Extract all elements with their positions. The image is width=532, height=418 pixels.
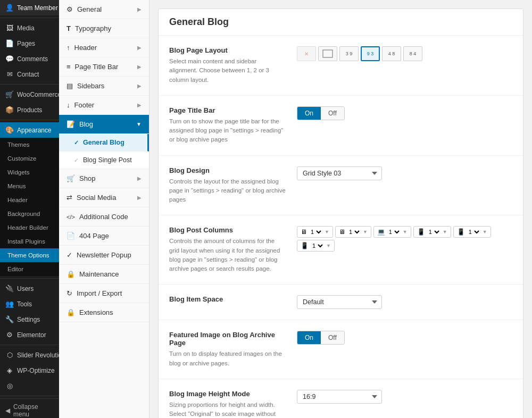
nav-footer[interactable]: ↓ Footer ▶ xyxy=(59,96,149,115)
sidebar-item-widgets[interactable]: Widgets xyxy=(0,165,59,179)
code-icon: </> xyxy=(66,214,75,220)
contact-icon: ✉ xyxy=(5,70,14,78)
column-select-desktop2[interactable]: 🖥 123 ▼ xyxy=(335,226,371,238)
chevron-down-icon: ▼ xyxy=(325,229,329,235)
layout-icon-93[interactable]: 9 3 xyxy=(361,46,380,61)
products-icon: 📦 xyxy=(5,106,14,114)
sidebar-item-products[interactable]: 📦 Products xyxy=(0,102,59,118)
divider xyxy=(0,396,59,396)
lock-icon: 🔒 xyxy=(66,270,75,278)
featured-image-label: Featured Image on Blog Archive Page Turn… xyxy=(169,331,286,368)
column-dropdown-6[interactable]: 123 xyxy=(310,242,325,249)
typography-icon: T xyxy=(66,24,71,32)
sidebar-item-themes[interactable]: Themes xyxy=(0,138,59,152)
sidebar-item-menus[interactable]: Menus xyxy=(0,179,59,193)
sidebar-item-customize[interactable]: Customize xyxy=(0,152,59,165)
nav-social-media[interactable]: ⇄ Social Media ▶ xyxy=(59,188,149,207)
collapse-menu-button[interactable]: ◀ Collapse menu xyxy=(0,398,59,418)
blog-page-layout-row: Blog Page Layout Select main content and… xyxy=(159,36,523,96)
column-select-desktop1[interactable]: 🖥 123 ▼ xyxy=(297,226,333,238)
sidebar-item-header-builder[interactable]: Header Builder xyxy=(0,221,59,235)
nav-import-export[interactable]: ↻ Import / Export xyxy=(59,284,149,303)
layout-icon-84[interactable]: 8 4 xyxy=(403,46,422,61)
nav-blog[interactable]: 📝 Blog ▼ xyxy=(59,115,149,134)
sidebar-item-install-plugins[interactable]: Install Plugins xyxy=(0,235,59,248)
settings-panel: General Blog Blog Page Layout Select mai… xyxy=(158,9,523,418)
chevron-down-icon: ▼ xyxy=(136,121,142,127)
nav-maintenance[interactable]: 🔒 Maintenance xyxy=(59,265,149,284)
footer-icon: ↓ xyxy=(66,101,70,109)
column-dropdown-1[interactable]: 123 xyxy=(309,228,323,236)
chevron-down-icon: ▼ xyxy=(483,229,487,235)
nav-typography[interactable]: T Typography xyxy=(59,19,149,38)
blog-item-space-row: Blog Item Space Default Small Medium Lar… xyxy=(159,285,523,320)
nav-general-blog[interactable]: ✓ General Blog xyxy=(59,134,149,152)
blog-page-layout-label: Blog Page Layout Select main content and… xyxy=(169,46,286,85)
sidebar-item-tools[interactable]: 🔧 Settings xyxy=(0,312,59,327)
nav-additional-code[interactable]: </> Additional Code xyxy=(59,207,149,227)
column-select-mobile2[interactable]: 📱 123 ▼ xyxy=(297,240,335,252)
nav-sidebars[interactable]: ▤ Sidebars ▶ xyxy=(59,77,149,96)
optimize-icon: ◎ xyxy=(5,382,14,390)
column-select-mobile1[interactable]: 📱 123 ▼ xyxy=(453,226,491,238)
extensions-lock-icon: 🔒 xyxy=(66,308,75,316)
blog-design-select[interactable]: Grid Style 01 Grid Style 02 Grid Style 0… xyxy=(297,166,382,180)
general-icon: ⚙ xyxy=(66,5,73,13)
chevron-right-icon: ▶ xyxy=(137,45,142,51)
sidebar-item-users[interactable]: 👥 Tools xyxy=(0,296,59,312)
sidebar-item-wp-optimize[interactable]: ◎ xyxy=(0,378,59,394)
header-icon: ↑ xyxy=(66,44,70,52)
layout-icon-39[interactable]: 3 9 xyxy=(339,46,359,61)
sidebar-dark: 👤 Team Member 🖼 Media 📄 Pages 💬 Comments… xyxy=(0,0,59,418)
nav-header[interactable]: ↑ Header ▶ xyxy=(59,38,149,57)
sidebar-item-media[interactable]: 🖼 Media xyxy=(0,20,59,36)
sidebar-item-editor[interactable]: Editor xyxy=(0,262,59,276)
column-dropdown-2[interactable]: 123 xyxy=(347,228,361,236)
nav-page-title-bar[interactable]: ≡ Page Title Bar ▶ xyxy=(59,57,149,77)
sidebar-item-background[interactable]: Background xyxy=(0,207,59,221)
nav-404-page[interactable]: 📄 404 Page xyxy=(59,227,149,246)
sidebar-item-settings[interactable]: ⚙ Elementor xyxy=(0,327,59,342)
sidebar-item-appearance[interactable]: 🎨 Appearance xyxy=(0,122,59,138)
chevron-right-icon: ▶ xyxy=(137,195,142,200)
column-select-tablet[interactable]: 📱 123 ▼ xyxy=(413,226,451,238)
tools-icon: 🔧 xyxy=(5,315,14,323)
sidebar-item-comments[interactable]: 💬 Comments xyxy=(0,51,59,66)
sidebar-item-elementor[interactable]: ⬡ Slider Revolution xyxy=(0,347,59,363)
blog-item-space-select[interactable]: Default Small Medium Large xyxy=(297,295,382,309)
toggle-on-button[interactable]: On xyxy=(297,107,321,120)
nav-newsletter-popup[interactable]: ✓ Newsletter Popup xyxy=(59,246,149,265)
nav-extensions[interactable]: 🔒 Extensions xyxy=(59,303,149,322)
layout-icon-1col[interactable] xyxy=(318,46,337,61)
column-dropdown-5[interactable]: 123 xyxy=(467,228,481,236)
sidebar-item-woocommerce[interactable]: 🛒 WooCommerce xyxy=(0,87,59,102)
sidebar-item-team-member[interactable]: 👤 Team Member xyxy=(0,0,59,15)
nav-blog-single-post[interactable]: ✓ Blog Single Post xyxy=(59,152,149,169)
featured-toggle-off-button[interactable]: Off xyxy=(321,331,344,344)
nav-shop[interactable]: 🛒 Shop ▶ xyxy=(59,169,149,188)
column-dropdown-4[interactable]: 123 xyxy=(427,228,441,236)
column-select-laptop[interactable]: 💻 123 ▼ xyxy=(373,226,411,238)
sidebar-item-slider-revolution[interactable]: ◈ WP-Optimize xyxy=(0,363,59,378)
chevron-right-icon: ▶ xyxy=(137,6,142,12)
featured-toggle-on-button[interactable]: On xyxy=(297,331,321,344)
divider xyxy=(0,84,59,85)
appearance-icon: 🎨 xyxy=(5,126,14,134)
check-icon: ✓ xyxy=(74,157,79,164)
column-dropdown-3[interactable]: 123 xyxy=(387,228,401,236)
svg-rect-0 xyxy=(323,50,332,57)
sidebar-item-header[interactable]: Header xyxy=(0,193,59,207)
blog-image-height-select[interactable]: 16:9 4:3 1:1 Original xyxy=(297,390,382,404)
sidebar-item-theme-options[interactable]: Theme Options xyxy=(0,248,59,262)
chevron-down-icon: ▼ xyxy=(363,229,368,235)
sidebar-item-contact[interactable]: ✉ Contact xyxy=(0,66,59,82)
layout-icon-48[interactable]: 4 8 xyxy=(382,46,401,61)
chevron-right-icon: ▶ xyxy=(137,83,142,89)
toggle-off-button[interactable]: Off xyxy=(321,107,344,120)
featured-image-toggle: On Off xyxy=(297,331,345,345)
blog-post-columns-control: 🖥 123 ▼ 🖥 123 ▼ 💻 123 ▼ xyxy=(297,226,512,252)
layout-icon-disabled[interactable]: ✕ xyxy=(297,46,316,61)
sidebar-item-pages[interactable]: 📄 Pages xyxy=(0,36,59,51)
sidebar-item-plugins[interactable]: 🔌 Users xyxy=(0,281,59,296)
nav-general[interactable]: ⚙ General ▶ xyxy=(59,0,149,19)
